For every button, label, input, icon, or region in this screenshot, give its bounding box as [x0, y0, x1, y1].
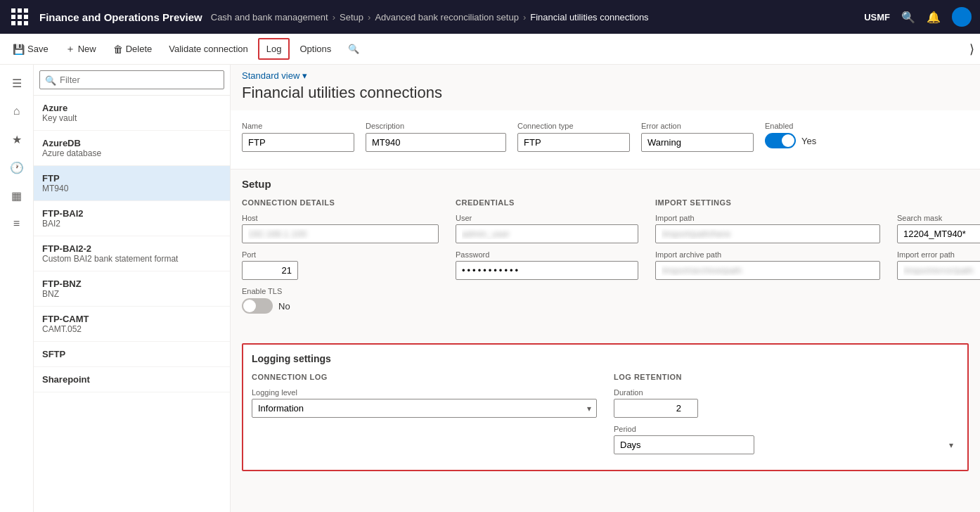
period-select-wrap: Days Weeks Months ▾	[614, 435, 959, 454]
avatar[interactable]	[952, 7, 972, 27]
tls-no-label: No	[278, 301, 290, 312]
import-settings-header: IMPORT SETTINGS	[655, 198, 880, 207]
logging-level-select-wrap: Information Warning Error Debug ▾	[252, 399, 597, 418]
period-chevron-icon: ▾	[949, 440, 953, 450]
list-item-name: FTP-BAI2-2	[42, 243, 221, 254]
host-input[interactable]	[242, 224, 439, 243]
breadcrumb-item-2[interactable]: Setup	[340, 12, 363, 23]
breadcrumb-sep-1: ›	[333, 12, 335, 23]
page-title: Financial utilities connections	[231, 81, 980, 110]
form-group-name: Name	[242, 122, 354, 152]
enabled-label: Enabled	[765, 122, 793, 130]
search-icon[interactable]: 🔍	[901, 11, 915, 24]
filter-bar: 🔍	[34, 65, 230, 96]
hamburger-menu-button[interactable]: ☰	[4, 70, 30, 96]
validate-button[interactable]: Validate connection	[162, 39, 255, 58]
import-path-input[interactable]	[655, 224, 880, 243]
list-item-ftp[interactable]: FTP MT940	[34, 166, 230, 201]
log-retention-col: LOG RETENTION Duration Period Days Weeks…	[614, 373, 959, 461]
delete-button[interactable]: 🗑 Delete	[106, 39, 160, 59]
favorites-icon-button[interactable]: ★	[4, 127, 30, 152]
password-label: Password	[456, 250, 638, 259]
filter-input[interactable]	[39, 70, 224, 89]
enable-tls-group: Enable TLS No	[242, 287, 439, 314]
save-icon: 💾	[13, 44, 25, 55]
form-group-description: Description	[366, 122, 506, 152]
search-mask-input[interactable]	[897, 224, 980, 243]
form-group-error-action: Error action	[641, 122, 754, 152]
app-title: Finance and Operations Preview	[39, 11, 202, 23]
app-grid-icon[interactable]	[8, 6, 31, 28]
form-section: Name Description Connection type Error a…	[231, 110, 980, 169]
list-item-ftpbai2[interactable]: FTP-BAI2 BAI2	[34, 201, 230, 236]
list-item-sharepoint[interactable]: Sharepoint	[34, 367, 230, 392]
list-item-sub: MT940	[42, 184, 221, 193]
recent-icon-button[interactable]: 🕐	[4, 155, 30, 180]
list-item-ftpcamt[interactable]: FTP-CAMT CAMT.052	[34, 307, 230, 342]
top-bar: Finance and Operations Preview Cash and …	[0, 0, 980, 34]
form-row-main: Name Description Connection type Error a…	[242, 122, 969, 152]
list-item-name: FTP	[42, 173, 221, 184]
enable-tls-label: Enable TLS	[242, 287, 439, 295]
credentials-col: CREDENTIALS User Password	[456, 198, 638, 321]
host-label: Host	[242, 214, 439, 222]
filter-wrap: 🔍	[39, 70, 224, 89]
search-mask-group: Search mask	[897, 214, 980, 243]
list-items: Azure Key vault AzureDB Azure database F…	[34, 96, 230, 512]
topbar-right: USMF 🔍 🔔	[864, 7, 972, 27]
connection-type-label: Connection type	[517, 122, 630, 130]
name-input[interactable]	[242, 133, 354, 152]
import-archive-path-input[interactable]	[655, 261, 880, 280]
user-input[interactable]	[456, 224, 638, 243]
import-error-path-group: Import error path	[897, 250, 980, 280]
list-item-name: Sharepoint	[42, 374, 221, 385]
connection-log-header: CONNECTION LOG	[252, 373, 597, 381]
port-input[interactable]	[242, 261, 298, 280]
form-group-connection-type: Connection type	[517, 122, 630, 152]
user-label: USMF	[864, 12, 890, 23]
list-item-sub: CAMT.052	[42, 324, 221, 334]
import-error-path-input[interactable]	[897, 261, 980, 280]
save-button[interactable]: 💾 Save	[6, 39, 56, 59]
list-item-azuredb[interactable]: AzureDB Azure database	[34, 131, 230, 166]
user-label: User	[456, 214, 638, 222]
list-item-name: FTP-BNZ	[42, 279, 221, 289]
breadcrumb-item-1[interactable]: Cash and bank management	[211, 12, 328, 23]
view-bar[interactable]: Standard view ▾	[231, 65, 980, 81]
logging-level-select[interactable]: Information Warning Error Debug	[252, 399, 597, 418]
list-item-ftpbnz[interactable]: FTP-BNZ BNZ	[34, 271, 230, 307]
list-item-ftpbai2-2[interactable]: FTP-BAI2-2 Custom BAI2 bank statement fo…	[34, 236, 230, 271]
new-button[interactable]: ＋ New	[58, 39, 103, 60]
modules-icon-button[interactable]: ≡	[4, 211, 30, 236]
filter-search-icon: 🔍	[45, 75, 56, 85]
description-input[interactable]	[366, 133, 506, 152]
search-cmd-icon: 🔍	[348, 44, 359, 54]
connection-type-input[interactable]	[517, 133, 630, 152]
list-item-name: FTP-CAMT	[42, 314, 221, 324]
search-cmd-button[interactable]: 🔍	[341, 39, 366, 58]
enabled-toggle[interactable]	[765, 133, 796, 148]
error-action-label: Error action	[641, 122, 754, 130]
side-icons-panel: ☰ ⌂ ★ 🕐 ▦ ≡	[0, 65, 34, 512]
connection-details-col: CONNECTION DETAILS Host Port Enable TLS …	[242, 198, 439, 321]
options-button[interactable]: Options	[292, 39, 338, 58]
list-panel: 🔍 Azure Key vault AzureDB Azure database…	[34, 65, 231, 512]
log-retention-header: LOG RETENTION	[614, 373, 959, 381]
list-item-name: FTP-BAI2	[42, 208, 221, 219]
list-item-sftp[interactable]: SFTP	[34, 342, 230, 367]
duration-input[interactable]	[614, 399, 698, 418]
log-button[interactable]: Log	[258, 38, 290, 60]
workspaces-icon-button[interactable]: ▦	[4, 183, 30, 208]
chevron-down-icon: ▾	[302, 70, 307, 81]
notification-icon[interactable]: 🔔	[927, 11, 941, 24]
tls-toggle[interactable]	[242, 298, 273, 314]
import-path-group: Import path	[655, 214, 880, 243]
password-input[interactable]	[456, 261, 638, 280]
port-group: Port	[242, 250, 439, 280]
breadcrumb-item-3[interactable]: Advanced bank reconciliation setup	[375, 12, 519, 23]
home-icon-button[interactable]: ⌂	[4, 98, 30, 124]
collapse-icon[interactable]: ⟩	[969, 41, 974, 57]
list-item-azure[interactable]: Azure Key vault	[34, 96, 230, 131]
error-action-input[interactable]	[641, 133, 754, 152]
period-select[interactable]: Days Weeks Months	[614, 435, 754, 454]
